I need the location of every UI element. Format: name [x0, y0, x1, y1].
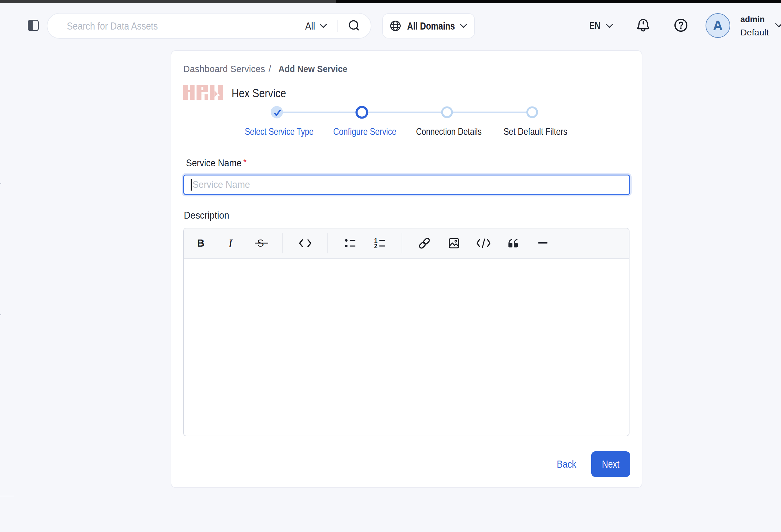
svg-text:2: 2 [374, 242, 378, 249]
